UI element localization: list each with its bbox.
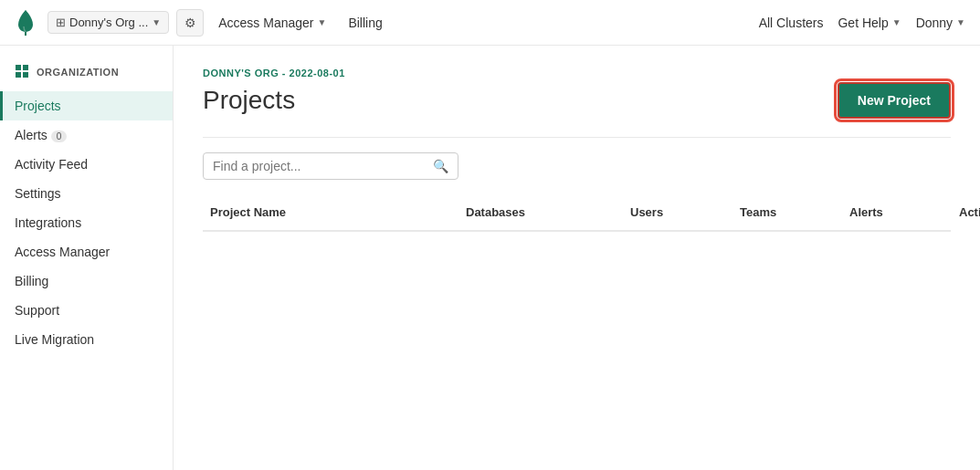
get-help-chevron-icon: ▼ [892,17,901,27]
mongodb-logo-icon [15,10,37,36]
sidebar-section-label: Organization [0,60,173,91]
sidebar-item-settings[interactable]: Settings [0,179,173,208]
org-grid-icon: ⊞ [56,16,66,29]
page-title: Projects [203,86,295,115]
sidebar-item-alerts[interactable]: Alerts0 [0,120,173,150]
sidebar-item-access-manager[interactable]: Access Manager [0,237,173,266]
sidebar: Organization ProjectsAlerts0Activity Fee… [0,46,174,470]
svg-rect-1 [23,65,28,70]
user-dropdown[interactable]: Donny ▼ [916,16,965,30]
billing-nav-link[interactable]: Billing [341,12,389,34]
sidebar-item-billing[interactable]: Billing [0,266,173,296]
gear-icon: ⚙ [184,16,196,30]
user-label: Donny [916,16,953,30]
get-help-label: Get Help [838,16,888,30]
main-layout: Organization ProjectsAlerts0Activity Fee… [0,46,980,470]
breadcrumb: Donny's Org - 2022-08-01 [203,68,951,78]
topnav-right-section: All Clusters Get Help ▼ Donny ▼ [759,16,965,30]
sidebar-item-projects[interactable]: Projects [0,91,173,120]
logo[interactable] [15,10,37,36]
table-col-alerts: Alerts [842,202,952,223]
svg-rect-0 [16,65,21,70]
access-manager-nav-label: Access Manager [218,16,313,30]
sidebar-item-activity-feed[interactable]: Activity Feed [0,150,173,179]
org-name-label: Donny's Org ... [69,16,148,29]
get-help-dropdown[interactable]: Get Help ▼ [838,16,901,30]
new-project-button[interactable]: New Project [838,82,951,119]
table-col-actions: Actions [952,202,980,223]
all-clusters-link[interactable]: All Clusters [759,16,824,30]
sidebar-nav: ProjectsAlerts0Activity FeedSettingsInte… [0,91,173,354]
table-col-project-name: Project Name [203,202,458,223]
sidebar-item-live-migration[interactable]: Live Migration [0,325,173,354]
table-col-databases: Databases [458,202,623,223]
project-search-bar[interactable]: 🔍 [203,152,458,180]
table-col-teams: Teams [732,202,842,223]
header-divider [203,137,951,138]
top-navigation: ⊞ Donny's Org ... ▼ ⚙ Access Manager ▼ B… [0,0,980,46]
sidebar-badge-alerts: 0 [51,131,68,142]
access-manager-nav-link[interactable]: Access Manager ▼ [211,12,333,34]
table-header: Project Name Databases Users Teams Alert… [203,202,951,232]
org-selector[interactable]: ⊞ Donny's Org ... ▼ [47,11,169,34]
main-content: Donny's Org - 2022-08-01 Projects New Pr… [174,46,980,470]
settings-gear-button[interactable]: ⚙ [176,9,204,37]
svg-rect-2 [16,72,21,78]
page-header: Projects New Project [203,82,951,119]
table-col-users: Users [623,202,732,223]
search-icon: 🔍 [433,159,448,173]
user-chevron-icon: ▼ [956,17,965,27]
access-manager-chevron-icon: ▼ [317,17,326,27]
sidebar-item-support[interactable]: Support [0,296,173,325]
org-chevron-icon: ▼ [152,17,161,27]
organization-icon [15,64,29,80]
billing-nav-label: Billing [348,16,382,30]
sidebar-item-integrations[interactable]: Integrations [0,208,173,237]
search-input[interactable] [213,159,433,173]
svg-rect-3 [23,72,28,78]
